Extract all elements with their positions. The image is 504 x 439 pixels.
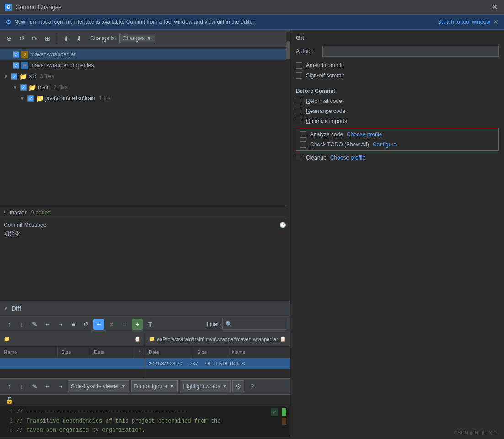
check-todo-checkbox[interactable] (300, 141, 306, 148)
diff-lines-button[interactable]: ≡ (68, 319, 79, 330)
diff-edit-button[interactable]: ✎ (29, 319, 40, 330)
diff-section: ▼ Diff ↑ ↓ ✎ ← → ≡ ↺ → ≠ = + ⇈ Filter: (0, 301, 290, 437)
list-item[interactable]: ▼ ✓ 📁 src 3 files (0, 71, 290, 82)
right-date-value: 2021/3/2 23:20 (145, 361, 186, 366)
diff-refresh-button[interactable]: ↺ (80, 319, 91, 330)
reformat-code-checkbox[interactable] (296, 98, 302, 104)
filter-input[interactable] (232, 319, 283, 330)
highlight-dropdown[interactable]: Highlight words ▼ (180, 380, 231, 392)
commit-message-area: Commit Message 🕐 初始化 (0, 219, 290, 301)
choose-profile-link-cleanup[interactable]: Choose profile (330, 155, 365, 161)
settings-button[interactable]: ⚙ (232, 380, 244, 392)
folder-icon: 📁 (36, 95, 43, 102)
added-badge: 9 added (31, 209, 51, 216)
diff-prev-button[interactable]: ← (42, 319, 53, 330)
ignore-arrow-icon: ▼ (169, 383, 175, 390)
file-checkbox[interactable]: ✓ (11, 73, 17, 80)
line-content: // Transitive dependencies of this proje… (16, 418, 220, 424)
file-name: src (29, 73, 36, 80)
file-name: maven-wrapper.jar (30, 51, 75, 58)
optimize-imports-row: Optimize imports (296, 118, 499, 124)
sign-off-checkbox[interactable] (296, 72, 302, 79)
move-up-button[interactable]: ⊕ (4, 33, 15, 44)
list-item[interactable]: ▼ ✓ 📁 java\com\neilxu\train 1 file (0, 93, 290, 104)
filter-input-container: 🔍 (222, 319, 286, 330)
help-button[interactable]: ? (246, 380, 258, 392)
viewer-dropdown[interactable]: Side-by-side viewer ▼ (68, 380, 129, 392)
file-checkbox[interactable]: ✓ (20, 84, 27, 91)
analyze-code-checkbox[interactable] (300, 131, 306, 138)
banner-close-button[interactable]: ✕ (493, 18, 499, 26)
line-changed-bar (282, 418, 286, 425)
diff-right-panel: 📁 eaProjects\train\train\.mvn\wrapper\ma… (145, 332, 290, 378)
scrollbar-track (286, 32, 290, 261)
update-button[interactable]: ⟳ (29, 33, 40, 44)
code-line-2: 2 // Transitive dependencies of this pro… (0, 417, 290, 426)
changelist-dropdown[interactable]: Changes ▼ (119, 34, 155, 43)
rearrange-code-checkbox[interactable] (296, 108, 302, 114)
diff-expand-icon[interactable]: ▼ (4, 306, 8, 311)
close-button[interactable]: ✕ (490, 3, 499, 11)
line-added-indicator: ✓ (271, 408, 278, 416)
scrollbar-thumb[interactable] (286, 41, 290, 59)
file-checkbox[interactable]: ✓ (27, 95, 34, 102)
bottom-up-button[interactable]: ↑ (4, 381, 15, 392)
file-checkbox[interactable]: ✓ (13, 62, 19, 69)
diff-equal-button[interactable]: = (119, 319, 130, 330)
folder-icon: 📁 (149, 336, 155, 342)
file-name: main (38, 84, 50, 91)
diff-left-path: 📁 📋 (0, 332, 145, 346)
cleanup-checkbox[interactable] (296, 155, 302, 161)
amend-commit-checkbox[interactable] (296, 62, 302, 69)
diff-next-button[interactable]: → (55, 319, 66, 330)
diff-arrow-button[interactable]: → (93, 319, 104, 330)
configure-link[interactable]: Configure (373, 141, 397, 148)
author-input[interactable] (322, 46, 499, 57)
path-icon: 📋 (134, 336, 141, 342)
diff-data-row (0, 358, 145, 369)
diff-down-button[interactable]: ↓ (16, 319, 27, 330)
choose-profile-link-analyze[interactable]: Choose profile (347, 131, 382, 138)
expand-all-button[interactable]: ⬆ (61, 33, 72, 44)
diff-diff-button[interactable]: ≠ (106, 319, 117, 330)
commit-message-input[interactable]: 初始化 (4, 230, 286, 298)
file-tree: ✓ J maven-wrapper.jar ✓ P maven-wrapper.… (0, 47, 290, 206)
bottom-prev-button[interactable]: ← (42, 381, 53, 392)
title-bar: ⚙ Commit Changes ✕ (0, 0, 504, 15)
diff-merge-button[interactable]: ⇈ (145, 319, 155, 330)
group-button[interactable]: ⊞ (42, 33, 53, 44)
diff-col-date-r: Date (145, 346, 193, 358)
branch-info: ⑂ master 9 added (0, 206, 290, 219)
list-item[interactable]: ▼ ✓ 📁 main 2 files (0, 82, 290, 93)
bottom-next-button[interactable]: → (55, 381, 66, 392)
expand-arrow-icon[interactable]: ▼ (4, 74, 8, 79)
amend-commit-label: Amend commit (306, 62, 343, 69)
bottom-edit-button[interactable]: ✎ (29, 381, 40, 392)
file-checkbox[interactable]: ✓ (13, 51, 19, 58)
check-todo-label: Check TODO (Show All) (310, 141, 369, 148)
diff-plus-button[interactable]: + (132, 319, 143, 330)
bottom-down-button[interactable]: ↓ (16, 381, 27, 392)
commit-message-header: Commit Message 🕐 (4, 222, 286, 228)
expand-arrow-icon[interactable]: ▼ (20, 96, 25, 101)
history-icon[interactable]: 🕐 (279, 222, 286, 228)
list-item[interactable]: ✓ P maven-wrapper.properties (0, 60, 290, 71)
app-icon: ⚙ (5, 4, 12, 11)
collapse-all-button[interactable]: ⬇ (74, 33, 85, 44)
optimize-imports-checkbox[interactable] (296, 118, 302, 124)
rearrange-code-row: Rearrange code (296, 108, 499, 114)
switch-to-tool-window-link[interactable]: Switch to tool window (438, 19, 490, 25)
optimize-imports-label: Optimize imports (306, 118, 347, 124)
line-number: 1 (4, 409, 13, 415)
list-item[interactable]: ✓ J maven-wrapper.jar (0, 49, 290, 60)
ignore-dropdown[interactable]: Do not ignore ▼ (131, 380, 178, 392)
viewer-arrow-icon: ▼ (121, 383, 126, 390)
refresh-button[interactable]: ↺ (16, 33, 27, 44)
diff-up-button[interactable]: ↑ (4, 319, 15, 330)
red-border-group: Analyze code Choose profile Check TODO (… (296, 128, 499, 151)
separator-1 (57, 34, 57, 43)
reformat-underline: R (306, 98, 310, 104)
diff-header: ▼ Diff (0, 301, 290, 316)
expand-arrow-icon[interactable]: ▼ (13, 85, 17, 90)
lock-icon: 🔒 (4, 396, 15, 404)
